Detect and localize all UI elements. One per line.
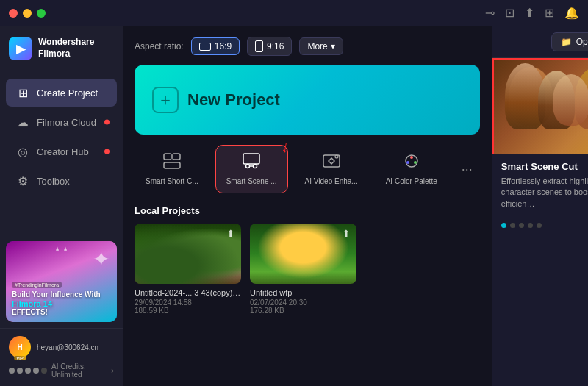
create-project-icon: ⊞ [16,86,29,99]
svg-point-12 [406,161,409,164]
creator-hub-dot [104,149,110,154]
banner-tag: #TrendinginFilmora [12,282,62,288]
more-aspect-button[interactable]: More ▾ [299,37,343,55]
banner-line1: Build Your Influence With [12,290,111,299]
logo-symbol: ▶ [16,42,25,56]
project-size-value-1: 188.59 KB [135,307,169,315]
logo-icon: ▶ [9,37,32,60]
aspect-16-9-button[interactable]: 16:9 [191,37,240,55]
user-row: H VIP heyan@300624.cn [9,336,114,358]
sidebar-label-create-project: Create Project [37,87,98,99]
sidebar-item-toolbox[interactable]: ⚙ Toolbox [6,167,117,195]
project-name-1: Untitled-2024-... 3 43(copy).wfp [135,288,241,297]
svg-rect-2 [164,162,180,168]
toolbox-icon: ⚙ [16,174,29,187]
minimize-button[interactable] [23,9,32,18]
carousel-dot-3[interactable] [519,223,524,228]
svg-point-10 [410,156,413,159]
maximize-button[interactable] [37,9,46,18]
credit-dot-4 [33,368,39,374]
sidebar: ▶ Wondershare Filmora ⊞ Create Project ☁… [0,26,123,386]
notification-icon[interactable]: 🔔 [564,6,579,20]
app-wrapper: ⊸ ⊡ ⬆ ⊞ 🔔 ▶ Wondershare Filmora ⊞ Cr [0,0,588,386]
folder-icon: 📁 [561,37,572,47]
app-body: ▶ Wondershare Filmora ⊞ Create Project ☁… [0,26,588,386]
sidebar-label-creator-hub: Creator Hub [37,146,89,157]
credits-arrow[interactable]: › [111,365,114,376]
titlebar: ⊸ ⊡ ⬆ ⊞ 🔔 [0,0,588,26]
carousel-dots [492,217,588,234]
project-card-2[interactable]: ⬆ Untitled wfp 02/07/2024 20:30 176.28 K… [250,224,356,315]
svg-point-4 [246,165,250,168]
main-panel: Aspect ratio: 16:9 9:16 More ▾ [123,26,588,386]
smart-scene-cut-label: Smart Scene ... [226,177,277,185]
ai-color-palette-label: AI Color Palette [386,177,437,185]
svg-point-11 [414,161,417,164]
ai-video-enhance-tool[interactable]: AI Video Enha... [294,145,369,193]
banner-line3: EFFECTS! [12,308,111,316]
project-date-2: 02/07/2024 20:30 [250,299,307,307]
credit-dot-2 [17,368,23,374]
project-thumb-1: ⬆ [135,224,241,284]
featured-description: Effortlessly extract highlights and char… [501,176,588,210]
svg-rect-1 [173,154,180,160]
promo-banner[interactable]: ✦ ★ ★ #TrendinginFilmora Build Your Infl… [6,241,117,322]
sidebar-header: ▶ Wondershare Filmora [0,26,123,71]
project-meta-2: 02/07/2024 20:30 [250,299,356,307]
ai-color-palette-tool[interactable]: AI Color Palette [375,145,448,193]
ai-video-enhance-label: AI Video Enha... [305,177,358,185]
project-size-2: 176.28 KB [250,307,356,315]
right-topbar: 📁 Open Project [492,26,588,58]
svg-rect-7 [323,155,340,167]
credit-dot-3 [25,368,31,374]
sidebar-item-creator-hub[interactable]: ◎ Creator Hub [6,137,117,165]
content-area: Aspect ratio: 16:9 9:16 More ▾ [123,26,588,386]
upload-icon[interactable]: ⬆ [525,6,534,20]
user-section: H VIP heyan@300624.cn AI Credits: Unlimi… [0,328,123,386]
thumb-overlay-2 [250,224,356,284]
featured-overlay [494,60,588,154]
svg-rect-3 [243,154,259,164]
ai-credits-label: AI Credits: Unlimited [51,362,107,379]
banner-line2: Filmora 14 [12,299,111,308]
carousel-dot-1[interactable] [501,223,506,228]
credit-dot-1 [9,368,15,374]
project-date-1: 29/09/2024 14:58 [135,299,192,307]
ai-credits: AI Credits: Unlimited › [9,362,114,379]
local-projects-title: Local Projects [135,205,480,216]
app-title: Wondershare Filmora [38,37,94,60]
project-size-value-2: 176.28 KB [250,307,284,315]
ai-video-enhance-icon [323,153,340,174]
carousel-dot-2[interactable] [510,223,515,228]
svg-rect-0 [164,154,171,160]
projects-grid: ⬆ Untitled-2024-... 3 43(copy).wfp 29/09… [135,224,480,315]
featured-thumbnail [492,58,588,154]
upload-thumb-icon-1: ⬆ [226,228,235,240]
smart-scene-cut-tool[interactable]: Smart Scene ... [215,145,288,193]
chevron-down-icon: ▾ [331,41,335,51]
svg-point-5 [254,165,257,168]
vip-badge: VIP [14,356,26,360]
credit-dots [9,368,47,374]
carousel-dot-4[interactable] [528,223,533,228]
sidebar-label-filmora-cloud: Filmora Cloud [37,117,96,128]
project-name-2: Untitled wfp [250,288,356,297]
project-card-1[interactable]: ⬆ Untitled-2024-... 3 43(copy).wfp 29/09… [135,224,241,315]
share-icon[interactable]: ⊸ [485,6,495,20]
carousel-dot-5[interactable] [537,223,542,228]
sidebar-item-filmora-cloud[interactable]: ☁ Filmora Cloud [6,108,117,136]
aspect-9-16-button[interactable]: 9:16 [247,37,292,56]
smart-scene-cut-icon [243,153,260,174]
9-16-icon [255,40,263,52]
new-project-banner[interactable]: ＋ New Project ↓ [135,65,480,135]
project-size-1: 188.59 KB [135,307,241,315]
sidebar-nav: ⊞ Create Project ☁ Filmora Cloud ◎ Creat… [0,71,123,235]
close-button[interactable] [9,9,18,18]
smart-tools-row: Smart Short C... Sma [135,145,480,193]
more-tools-button[interactable]: ··· [454,154,480,185]
layout-icon[interactable]: ⊞ [545,6,554,20]
sidebar-item-create-project[interactable]: ⊞ Create Project [6,79,117,107]
grid-icon[interactable]: ⊡ [505,6,514,20]
open-project-button[interactable]: 📁 Open Project [551,32,588,51]
smart-short-cut-tool[interactable]: Smart Short C... [135,145,209,193]
